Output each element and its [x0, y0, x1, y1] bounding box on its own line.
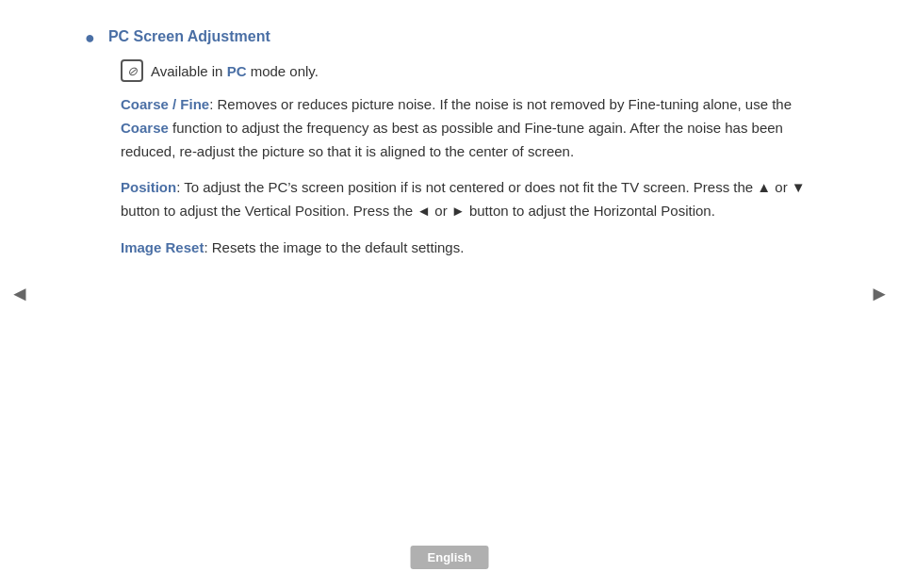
left-arrow-button[interactable]: ◄ [9, 282, 30, 306]
coarse-fine-text1: : Removes or reduces picture noise. If t… [209, 96, 792, 112]
coarse-fine-paragraph: Coarse / Fine: Removes or reduces pictur… [121, 93, 824, 163]
right-arrow-button[interactable]: ► [869, 282, 890, 306]
coarse-fine-text2: function to adjust the frequency as best… [121, 120, 783, 159]
image-reset-text: : Resets the image to the default settin… [204, 239, 464, 255]
section-title: PC Screen Adjustment [108, 28, 270, 45]
coarse-link: Coarse [121, 120, 169, 136]
main-content: ● PC Screen Adjustment ⊘ Available in PC… [0, 0, 899, 302]
position-label: Position [121, 179, 176, 195]
coarse-fine-label: Coarse / Fine [121, 96, 209, 112]
bottom-bar: English [411, 546, 489, 569]
language-button[interactable]: English [411, 546, 489, 569]
bullet-item: ● PC Screen Adjustment [85, 28, 824, 48]
available-pc: PC [227, 63, 247, 79]
available-prefix: Available in [151, 63, 227, 79]
position-text: : To adjust the PC’s screen position if … [121, 179, 806, 219]
available-suffix: mode only. [246, 63, 318, 79]
position-paragraph: Position: To adjust the PC’s screen posi… [121, 176, 824, 223]
image-reset-label: Image Reset [121, 239, 204, 255]
image-reset-paragraph: Image Reset: Resets the image to the def… [121, 237, 824, 260]
note-icon: ⊘ [121, 59, 143, 82]
content-block: ⊘ Available in PC mode only. Coarse / Fi… [85, 59, 824, 260]
bullet-dot: ● [85, 28, 95, 48]
available-text: Available in PC mode only. [151, 63, 319, 79]
available-note: ⊘ Available in PC mode only. [121, 59, 824, 82]
